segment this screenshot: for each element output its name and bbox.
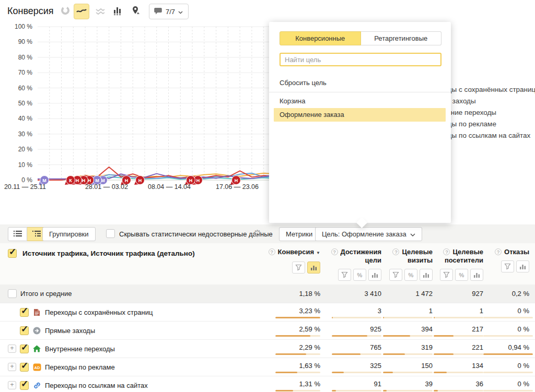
goal-search-input[interactable]	[280, 53, 441, 66]
metric-cell: 0 %	[483, 303, 529, 321]
metric-bar	[383, 317, 433, 318]
metric-value: 36	[433, 380, 483, 388]
bar-chart-icon-button[interactable]	[368, 269, 381, 281]
bar-chart-icon-button[interactable]	[516, 260, 529, 272]
filter-funnel-icon-button[interactable]	[501, 260, 514, 272]
row-checkbox[interactable]: ✓	[20, 381, 29, 390]
chevron-down-icon	[410, 230, 415, 238]
table-body: Итого и средние1,18 %3 4101 4729270,2 %✓…	[0, 284, 535, 392]
row-label[interactable]: Переходы с сохранённых страниц	[45, 308, 153, 316]
svg-text:17.06 — 23.06: 17.06 — 23.06	[216, 183, 259, 191]
row-checkbox[interactable]: ✓	[20, 308, 29, 317]
svg-text:М: М	[42, 178, 46, 183]
metric-cell: 1,31 %	[266, 376, 320, 392]
metric-cell: 0,94 %	[483, 340, 529, 358]
table-row: +✓ADПереходы по рекламе1,63 %3251501340 …	[0, 358, 535, 376]
row-checkbox[interactable]	[8, 289, 17, 298]
row-icon-link	[32, 382, 41, 389]
help-question-icon[interactable]: ?	[443, 248, 450, 255]
help-question-icon[interactable]: ?	[495, 248, 502, 255]
bar-chart-icon-button[interactable]	[470, 269, 483, 281]
metric-value: 3,23 %	[266, 307, 320, 315]
chart-type-donut-button[interactable]	[57, 4, 73, 19]
filter-funnel-icon-button[interactable]	[338, 269, 351, 281]
chart-annotation-marker[interactable]: К	[65, 176, 75, 185]
column-header-label[interactable]: ?Достижения цели	[320, 248, 381, 265]
svg-text:90 %: 90 %	[18, 38, 33, 45]
metric-bar	[332, 335, 381, 337]
help-question-icon[interactable]: ?	[331, 248, 338, 255]
table-header: ✓ Источник трафика, Источник трафика (де…	[0, 243, 535, 284]
svg-text:70 %: 70 %	[18, 69, 33, 76]
metric-value: 925	[320, 325, 381, 333]
percent-icon-button[interactable]: %	[455, 269, 468, 281]
goal-item[interactable]: Оформление заказа	[274, 108, 446, 122]
metric-cell: 221	[433, 340, 483, 358]
percent-icon-button[interactable]: %	[353, 269, 366, 281]
table-row: ✓Прямые заходы2,59 %9253942170 %	[0, 321, 535, 339]
row-expander-button[interactable]: +	[8, 345, 16, 353]
help-question-icon[interactable]: ?	[392, 248, 399, 255]
filter-funnel-icon-button[interactable]	[440, 269, 453, 281]
column-tools: %	[433, 269, 483, 281]
bar-chart-icon-button[interactable]	[307, 262, 320, 274]
goal-item-reset[interactable]: Сбросить цель	[269, 76, 451, 90]
chevron-down-icon	[178, 8, 183, 16]
svg-text:Н: Н	[235, 178, 238, 183]
row-label[interactable]: Итого и средние	[20, 290, 72, 298]
goal-selector-button[interactable]: Цель: Оформление заказа	[315, 227, 422, 241]
row-label[interactable]: Прямые заходы	[45, 327, 95, 335]
metric-value: 0 %	[483, 325, 529, 333]
metric-cell: 3	[320, 303, 381, 321]
metric-value: 221	[433, 343, 483, 351]
goal-popup-tab[interactable]: Ретаргетинговые	[361, 31, 442, 45]
goal-list: Сбросить цельКорзинаОформление заказа	[269, 76, 451, 122]
column-tools: %	[320, 269, 381, 281]
filter-funnel-icon-button[interactable]	[389, 269, 402, 281]
dimension-checkbox[interactable]: ✓	[8, 249, 17, 258]
metric-bar	[275, 353, 320, 355]
settings-gear-icon[interactable]: ⚙	[253, 228, 262, 240]
hide-unreliable-checkbox[interactable]	[106, 229, 115, 238]
chart-type-columns-button[interactable]	[110, 4, 126, 19]
metric-value: 3 410	[320, 290, 381, 298]
svg-text:60 %: 60 %	[18, 85, 33, 92]
column-header-label[interactable]: ?Конверсия▼	[266, 248, 320, 257]
metric-cell: 0 %	[483, 376, 529, 392]
view-flat-list-button[interactable]	[8, 227, 27, 241]
chart-type-line-button[interactable]	[74, 4, 89, 19]
row-label[interactable]: Переходы по ссылкам на сайтах	[45, 382, 148, 389]
metrics-button[interactable]: Метрики	[279, 227, 319, 241]
annotations-dropdown-button[interactable]: 7/7	[149, 4, 189, 19]
metric-bar	[383, 353, 433, 355]
column-tools: %	[381, 269, 433, 281]
column-header-label[interactable]: ?Отказы	[483, 248, 529, 256]
metric-value: 1,18 %	[266, 290, 320, 298]
column-header-label[interactable]: ?Целевые посетители	[433, 248, 483, 265]
metric-bar	[383, 390, 433, 391]
row-checkbox[interactable]: ✓	[20, 345, 29, 353]
metric-bar	[383, 335, 433, 337]
tree-list-icon	[32, 230, 41, 239]
row-checkbox[interactable]: ✓	[20, 363, 29, 372]
metric-cell: 0 %	[483, 358, 529, 376]
percent-icon-button[interactable]: %	[404, 269, 417, 281]
svg-text:Н: Н	[196, 178, 200, 183]
bar-chart-icon-button[interactable]	[420, 269, 433, 281]
groupings-button[interactable]: Группировки	[42, 227, 96, 241]
goal-item[interactable]: Корзина	[269, 94, 451, 108]
row-checkbox[interactable]: ✓	[20, 326, 29, 335]
goal-popup-tab[interactable]: Конверсионные	[280, 31, 361, 45]
filter-funnel-icon-button[interactable]	[292, 262, 305, 274]
metric-bar	[332, 353, 381, 355]
row-expander-button[interactable]: +	[8, 363, 16, 371]
chart-type-map-button[interactable]	[128, 4, 144, 19]
row-label[interactable]: Переходы по рекламе	[45, 363, 115, 371]
row-label[interactable]: Внутренние переходы	[45, 345, 115, 353]
chart-type-stacked-button[interactable]	[92, 4, 108, 19]
row-expander-button[interactable]: +	[8, 381, 16, 389]
metric-cell: 3 410	[320, 284, 381, 303]
help-question-icon[interactable]: ?	[269, 248, 275, 255]
metric-value: 0 %	[483, 380, 529, 388]
column-header-label[interactable]: ?Целевые визиты	[381, 248, 433, 265]
